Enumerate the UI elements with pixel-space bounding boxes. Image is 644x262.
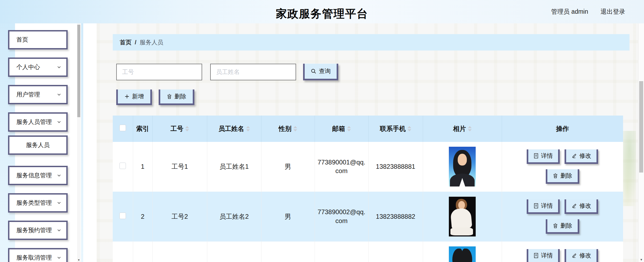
photo-art-shape <box>450 227 473 235</box>
row-checkbox[interactable] <box>119 163 126 169</box>
chevron-down-icon <box>57 228 61 233</box>
cell-gender: 男 <box>261 142 315 192</box>
batch-delete-button-label: 删除 <box>174 92 186 101</box>
row-select-cell <box>113 241 133 262</box>
detail-button[interactable]: 详情 <box>527 199 560 214</box>
edit-button[interactable]: 修改 <box>565 249 598 262</box>
cell-actions: 详情 修改 删除 <box>502 241 623 262</box>
cell-job-no: 工号2 <box>152 192 207 241</box>
page-scroll-down-icon[interactable]: ▼ <box>638 258 644 261</box>
employee-table-wrap: 索引 工号 员工姓名 性别 <box>113 116 623 262</box>
sidebar-item-label: 用户管理 <box>16 91 40 99</box>
delete-button-label: 删除 <box>561 222 572 230</box>
row-checkbox[interactable] <box>119 213 126 219</box>
cell-actions: 详情 修改 删除 <box>502 142 623 192</box>
header-label: 员工姓名 <box>219 124 244 133</box>
page-scrollbar[interactable]: ▼ <box>638 23 644 262</box>
pencil-icon <box>572 203 577 209</box>
employee-photo <box>449 246 476 262</box>
table-row: 2 工号2 员工姓名2 男 773890002@qq.com 138238888… <box>113 192 623 241</box>
sort-icon[interactable] <box>185 126 189 131</box>
chevron-down-icon <box>57 65 61 70</box>
breadcrumb-home-link[interactable]: 首页 <box>120 38 132 46</box>
sidebar: 首页 个人中心 用户管理 服务人员管理 服务人员 <box>0 23 83 262</box>
detail-button[interactable]: 详情 <box>527 249 560 262</box>
top-bar: 家政服务管理平台 管理员 admin 退出登录 <box>0 0 644 23</box>
search-bar: 查询 <box>116 64 338 80</box>
sidebar-item-service-type-management[interactable]: 服务类型管理 <box>8 193 68 213</box>
cell-email <box>315 241 368 262</box>
cell-gender <box>261 241 315 262</box>
row-select-cell <box>113 192 133 241</box>
job-number-input[interactable] <box>116 64 202 80</box>
select-all-checkbox[interactable] <box>119 125 126 131</box>
employee-photo <box>449 197 476 236</box>
sidebar-item-personal-center[interactable]: 个人中心 <box>8 58 68 77</box>
cell-job-no: 工号1 <box>152 142 207 192</box>
plus-icon <box>124 94 130 99</box>
sort-icon[interactable] <box>246 126 250 131</box>
sidebar-item-label: 服务类型管理 <box>16 199 52 207</box>
chevron-down-icon <box>57 200 61 205</box>
page-scrollbar-thumb[interactable] <box>639 81 643 173</box>
edit-button-label: 修改 <box>579 252 591 260</box>
select-all-cell <box>113 116 133 142</box>
admin-user-label[interactable]: 管理员 admin <box>551 8 588 16</box>
sidebar-item-service-staff-management[interactable]: 服务人员管理 <box>8 112 68 132</box>
batch-delete-button[interactable]: 删除 <box>159 89 194 105</box>
cell-job-no <box>152 241 207 262</box>
cell-actions: 详情 修改 删除 <box>502 192 623 241</box>
edit-button[interactable]: 修改 <box>565 199 598 214</box>
breadcrumb-current: 服务人员 <box>140 38 163 46</box>
add-button[interactable]: 新增 <box>116 89 152 105</box>
sidebar-scrollbar[interactable]: ▼ <box>77 23 81 262</box>
header-email: 邮箱 <box>315 116 368 142</box>
detail-button[interactable]: 详情 <box>527 149 560 164</box>
query-button-label: 查询 <box>319 67 331 75</box>
cell-name: 员工姓名2 <box>207 192 261 241</box>
photo-art-shape <box>452 249 463 262</box>
sidebar-scrollbar-thumb[interactable] <box>77 25 80 117</box>
sidebar-item-user-management[interactable]: 用户管理 <box>8 85 68 104</box>
delete-button[interactable]: 删除 <box>546 219 579 234</box>
chevron-down-icon <box>57 120 61 124</box>
sort-icon[interactable] <box>293 126 297 131</box>
pencil-icon <box>572 253 577 258</box>
cell-index: 1 <box>133 142 152 192</box>
breadcrumb: 首页 / 服务人员 <box>113 34 630 51</box>
email-text: 773890001@qq.com <box>317 158 366 175</box>
sidebar-item-label: 服务信息管理 <box>16 171 52 180</box>
sort-icon[interactable] <box>347 126 351 131</box>
employee-name-input[interactable] <box>210 64 296 80</box>
sidebar-menu: 首页 个人中心 用户管理 服务人员管理 服务人员 <box>8 23 68 262</box>
logout-link[interactable]: 退出登录 <box>601 8 625 16</box>
header-label: 联系手机 <box>380 124 406 133</box>
sidebar-scroll-down-icon[interactable]: ▼ <box>77 259 81 261</box>
top-right-menu: 管理员 admin 退出登录 <box>551 8 625 16</box>
pencil-icon <box>572 153 577 159</box>
photo-art-shape <box>458 201 465 209</box>
chevron-down-icon <box>57 255 61 260</box>
cell-email: 773890002@qq.com <box>315 192 368 241</box>
app-window: 家政服务管理平台 管理员 admin 退出登录 首页 个人中心 用户管理 <box>0 0 644 262</box>
sidebar-item-home[interactable]: 首页 <box>8 30 68 49</box>
delete-button[interactable]: 删除 <box>546 169 579 184</box>
table-header-row: 索引 工号 员工姓名 性别 <box>113 116 623 142</box>
sidebar-item-label: 首页 <box>16 36 28 44</box>
query-button[interactable]: 查询 <box>303 64 338 80</box>
sidebar-subitem-service-staff[interactable]: 服务人员 <box>8 135 68 155</box>
sort-icon[interactable] <box>407 126 411 131</box>
chevron-down-icon <box>57 92 61 97</box>
trash-icon <box>167 94 172 99</box>
sidebar-item-service-cancel-management[interactable]: 服务取消管理 <box>8 248 68 262</box>
photo-art-shape <box>458 154 467 166</box>
cell-photo <box>423 142 502 192</box>
sidebar-item-service-booking-management[interactable]: 服务预约管理 <box>8 221 68 240</box>
header-name: 员工姓名 <box>207 116 261 142</box>
cell-name: 员工姓名1 <box>207 142 261 192</box>
edit-button[interactable]: 修改 <box>565 149 598 164</box>
employee-table: 索引 工号 员工姓名 性别 <box>113 116 623 262</box>
sort-icon[interactable] <box>468 126 472 131</box>
cell-phone: 13823888881 <box>368 142 423 192</box>
sidebar-item-service-info-management[interactable]: 服务信息管理 <box>8 166 68 185</box>
